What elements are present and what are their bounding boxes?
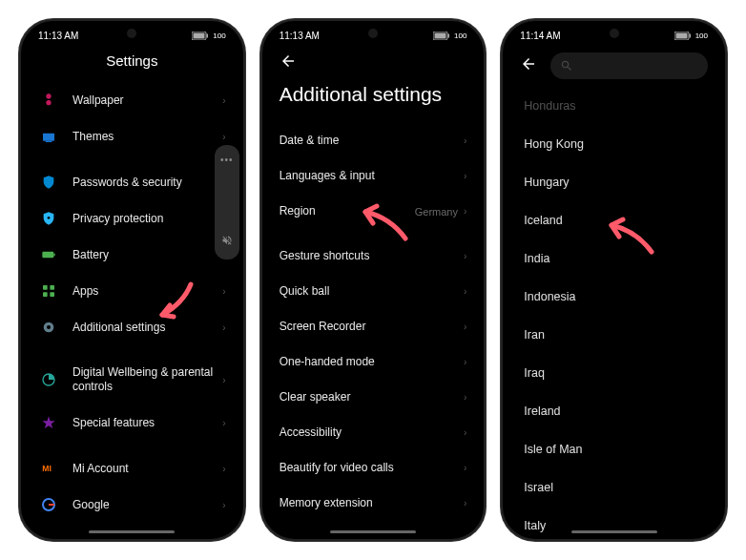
item-label: One-handed mode bbox=[280, 355, 464, 369]
google-icon bbox=[38, 497, 59, 512]
list-item[interactable]: Beautify for video calls › bbox=[262, 450, 485, 486]
list-item[interactable]: Memory extension › bbox=[262, 486, 485, 521]
list-item[interactable]: Privacy protection › bbox=[21, 200, 243, 237]
list-item[interactable]: Themes › bbox=[21, 118, 243, 155]
region-option[interactable]: Italy bbox=[503, 507, 725, 541]
back-button[interactable] bbox=[280, 52, 297, 73]
chevron-right-icon: › bbox=[222, 464, 225, 474]
region-option[interactable]: India bbox=[503, 239, 725, 278]
list-item[interactable]: Gesture shortcuts › bbox=[262, 239, 485, 274]
list-item[interactable]: Quick ball › bbox=[262, 274, 485, 309]
item-label: Google bbox=[73, 498, 222, 512]
list-item[interactable]: Google › bbox=[21, 487, 243, 523]
home-indicator[interactable] bbox=[330, 530, 416, 533]
search-icon bbox=[560, 59, 573, 73]
svg-rect-9 bbox=[50, 285, 54, 290]
status-time: 11:13 AM bbox=[280, 31, 320, 41]
item-label: Apps bbox=[73, 284, 222, 299]
item-label: Clear speaker bbox=[280, 390, 464, 404]
home-indicator[interactable] bbox=[571, 530, 657, 533]
svg-point-5 bbox=[48, 217, 51, 219]
item-label: Beautify for video calls bbox=[280, 461, 464, 475]
region-option[interactable]: Israel bbox=[503, 468, 725, 507]
list-item[interactable]: Digital Wellbeing & parental controls › bbox=[21, 355, 243, 404]
settings-list: Wallpaper › Themes › Passwords & securit… bbox=[21, 82, 243, 523]
back-button[interactable] bbox=[520, 55, 537, 76]
svg-rect-2 bbox=[207, 34, 209, 38]
home-indicator[interactable] bbox=[89, 530, 175, 533]
item-label: Themes bbox=[73, 130, 222, 144]
camera-notch bbox=[127, 29, 136, 38]
list-item[interactable]: Apps › bbox=[21, 273, 243, 309]
item-label: Languages & input bbox=[280, 169, 464, 183]
battery-percent: 100 bbox=[213, 31, 225, 40]
shield-icon bbox=[38, 175, 59, 190]
region-option[interactable]: Iceland bbox=[503, 201, 725, 239]
svg-rect-6 bbox=[42, 252, 53, 259]
chevron-right-icon: › bbox=[222, 322, 225, 333]
chevron-right-icon: › bbox=[222, 95, 225, 106]
item-label: Mi Account bbox=[73, 462, 222, 476]
region-option[interactable]: Iraq bbox=[503, 354, 725, 392]
svg-rect-1 bbox=[194, 33, 205, 39]
battery-icon bbox=[38, 247, 59, 262]
svg-rect-19 bbox=[447, 34, 449, 38]
item-label: Screen Recorder bbox=[280, 320, 464, 334]
region-option[interactable]: Hungary bbox=[503, 163, 725, 201]
apps-icon bbox=[38, 283, 59, 299]
list-item[interactable]: Screen Recorder › bbox=[262, 309, 485, 344]
list-item[interactable]: Region Germany › bbox=[262, 194, 485, 229]
chevron-right-icon: › bbox=[464, 206, 466, 217]
region-option[interactable]: Ireland bbox=[503, 392, 725, 430]
item-label: Privacy protection bbox=[73, 212, 222, 226]
list-item[interactable]: Special features › bbox=[21, 404, 243, 441]
svg-rect-8 bbox=[43, 285, 48, 290]
chevron-right-icon: › bbox=[464, 392, 466, 403]
svg-rect-3 bbox=[43, 134, 54, 141]
battery-icon bbox=[433, 31, 450, 40]
themes-icon bbox=[38, 129, 59, 144]
chevron-right-icon: › bbox=[222, 132, 225, 142]
chevron-right-icon: › bbox=[222, 500, 225, 510]
chevron-right-icon: › bbox=[464, 251, 466, 261]
chevron-right-icon: › bbox=[464, 171, 466, 181]
phone-region-list: 11:14 AM 100 HondurasHong KongHungaryIce… bbox=[501, 19, 727, 541]
list-item[interactable]: Languages & input › bbox=[262, 158, 485, 194]
special-icon bbox=[38, 415, 59, 430]
item-label: Memory extension bbox=[280, 496, 464, 510]
status-time: 11:14 AM bbox=[520, 31, 560, 41]
list-item[interactable]: Wallpaper › bbox=[21, 82, 243, 118]
item-label: Digital Wellbeing & parental controls bbox=[73, 365, 222, 394]
wellbeing-icon bbox=[38, 372, 59, 387]
chevron-right-icon: › bbox=[464, 286, 466, 297]
list-item[interactable]: Clear speaker › bbox=[262, 380, 485, 415]
chevron-right-icon: › bbox=[464, 498, 466, 508]
list-item[interactable]: Battery › bbox=[21, 237, 243, 273]
list-item[interactable]: Passwords & security › bbox=[21, 164, 243, 200]
chevron-right-icon: › bbox=[464, 463, 466, 473]
region-option[interactable]: Indonesia bbox=[503, 278, 725, 316]
item-label: Accessibility bbox=[280, 425, 464, 440]
item-label: Gesture shortcuts bbox=[280, 249, 464, 263]
list-item[interactable]: Additional settings › bbox=[21, 309, 243, 345]
item-label: Region bbox=[280, 204, 415, 218]
region-option[interactable]: Iran bbox=[503, 316, 725, 354]
list-item[interactable]: Accessibility › bbox=[262, 415, 485, 450]
list-item[interactable]: MI Mi Account › bbox=[21, 450, 243, 487]
mi-icon: MI bbox=[38, 461, 59, 476]
list-item[interactable]: Date & time › bbox=[262, 123, 485, 158]
volume-panel[interactable]: ••• bbox=[215, 145, 239, 259]
wallpaper-icon bbox=[38, 93, 59, 108]
item-label: Date & time bbox=[280, 134, 464, 148]
status-time: 11:13 AM bbox=[38, 31, 78, 41]
camera-notch bbox=[368, 29, 378, 38]
battery-icon bbox=[674, 31, 692, 40]
region-option[interactable]: Isle of Man bbox=[503, 430, 725, 468]
region-option[interactable]: Hong Kong bbox=[503, 125, 725, 163]
search-input[interactable] bbox=[550, 52, 708, 79]
mute-icon[interactable] bbox=[221, 233, 233, 250]
chevron-right-icon: › bbox=[222, 286, 225, 297]
region-option[interactable]: Honduras bbox=[503, 87, 725, 125]
list-item[interactable]: One-handed mode › bbox=[262, 344, 485, 380]
more-dots-icon[interactable]: ••• bbox=[220, 155, 234, 165]
